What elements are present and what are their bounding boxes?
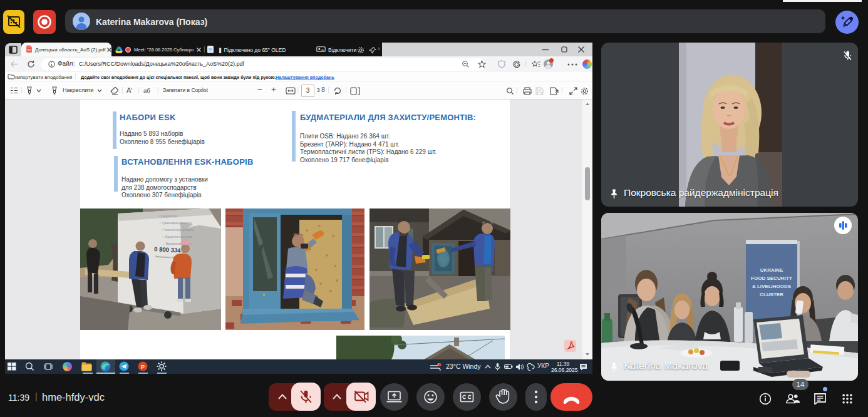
svg-text:CLUSTER: CLUSTER	[760, 292, 783, 297]
svg-text:PDF: PDF	[27, 49, 32, 51]
svg-text:✓ Гуманітарна допомога: ✓ Гуманітарна допомога	[159, 222, 192, 225]
svg-text:& LIVELIHOODS: & LIVELIHOODS	[752, 284, 792, 289]
svg-text:✓ Психологічна допомога: ✓ Психологічна допомога	[160, 229, 194, 232]
svg-text:UKRAINE: UKRAINE	[760, 267, 783, 273]
svg-text:FOOD SECURITY: FOOD SECURITY	[751, 275, 792, 281]
svg-text:P: P	[141, 364, 145, 370]
svg-text:✓ Консультації: ✓ Консультації	[158, 215, 178, 218]
svg-text:✓ Юридична підтримка: ✓ Юридична підтримка	[162, 235, 193, 239]
